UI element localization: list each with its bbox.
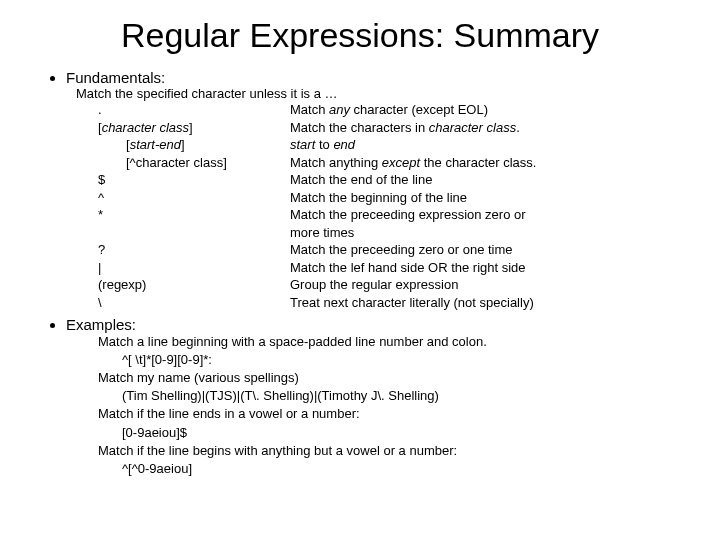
def-row: * Match the preceeding expression zero o… [98, 206, 540, 224]
def-symbol: \ [98, 294, 290, 312]
def-symbol: . [98, 101, 290, 119]
def-desc: Match the lef hand side OR the right sid… [290, 259, 540, 277]
def-row: [character class] Match the characters i… [98, 119, 540, 137]
def-desc: Match anything except the character clas… [290, 154, 540, 172]
def-symbol: (regexp) [98, 276, 290, 294]
def-desc: Match the characters in character class. [290, 119, 540, 137]
fundamentals-table: . Match any character (except EOL) [char… [98, 101, 540, 312]
example-code: ^[ \t]*[0-9][0-9]*: [98, 351, 690, 369]
def-desc: Match the beginning of the line [290, 189, 540, 207]
def-symbol: [start-end] [98, 136, 290, 154]
def-row: more times [98, 224, 540, 242]
examples-heading: Examples: [66, 316, 136, 333]
def-symbol [98, 224, 290, 242]
def-symbol: ^ [98, 189, 290, 207]
def-desc: Group the regular expression [290, 276, 540, 294]
def-row: [^character class] Match anything except… [98, 154, 540, 172]
def-row: | Match the lef hand side OR the right s… [98, 259, 540, 277]
def-row: ^ Match the beginning of the line [98, 189, 540, 207]
slide: Regular Expressions: Summary Fundamental… [0, 0, 720, 488]
page-title: Regular Expressions: Summary [30, 16, 690, 55]
def-desc: Match the preceeding zero or one time [290, 241, 540, 259]
def-desc: Match any character (except EOL) [290, 101, 540, 119]
fundamentals-heading: Fundamentals: [66, 69, 165, 86]
def-desc: Treat next character literally (not spec… [290, 294, 540, 312]
example-code: ^[^0-9aeiou] [98, 460, 690, 478]
def-row: [start-end] start to end [98, 136, 540, 154]
def-row: \ Treat next character literally (not sp… [98, 294, 540, 312]
examples-section: Examples: Match a line beginning with a … [66, 316, 690, 479]
def-desc: start to end [290, 136, 540, 154]
def-symbol: | [98, 259, 290, 277]
def-symbol: ? [98, 241, 290, 259]
example-desc: Match my name (various spellings) [98, 369, 690, 387]
fundamentals-section: Fundamentals: Match the specified charac… [66, 69, 690, 312]
example-desc: Match if the line begins with anything b… [98, 442, 690, 460]
def-desc: Match the preceeding expression zero or [290, 206, 540, 224]
content-list: Fundamentals: Match the specified charac… [30, 69, 690, 478]
def-row: (regexp) Group the regular expression [98, 276, 540, 294]
example-desc: Match a line beginning with a space-padd… [98, 333, 690, 351]
def-symbol: $ [98, 171, 290, 189]
example-desc: Match if the line ends in a vowel or a n… [98, 405, 690, 423]
fundamentals-intro: Match the specified character unless it … [76, 86, 690, 101]
def-desc: more times [290, 224, 540, 242]
def-row: ? Match the preceeding zero or one time [98, 241, 540, 259]
def-row: . Match any character (except EOL) [98, 101, 540, 119]
def-symbol: * [98, 206, 290, 224]
examples-list: Match a line beginning with a space-padd… [98, 333, 690, 479]
def-desc: Match the end of the line [290, 171, 540, 189]
example-code: (Tim Shelling)|(TJS)|(T\. Shelling)|(Tim… [98, 387, 690, 405]
example-code: [0-9aeiou]$ [98, 424, 690, 442]
def-symbol: [character class] [98, 119, 290, 137]
def-row: $ Match the end of the line [98, 171, 540, 189]
def-symbol: [^character class] [98, 154, 290, 172]
